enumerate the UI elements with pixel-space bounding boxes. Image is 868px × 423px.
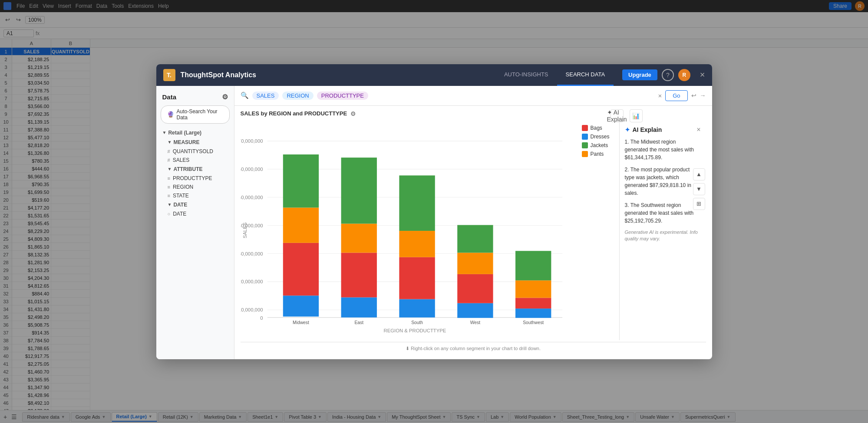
chart-type-icon[interactable]: 📊	[630, 109, 643, 122]
search-back-button[interactable]: ↩	[691, 92, 696, 99]
chart-legend: Bags Dresses Jackets	[576, 121, 619, 340]
legend-swatch-pants	[582, 151, 588, 157]
svg-rect-21	[341, 297, 376, 317]
bar-chart-svg: 70,000,000 60,000,000 50,000,000 40,000,…	[241, 121, 576, 340]
tab-auto-insights[interactable]: AUTO-INSIGHTS	[495, 64, 557, 86]
search-clear-button[interactable]: ×	[658, 92, 662, 99]
modal-header: T. ThoughtSpot Analytics AUTO-INSIGHTS S…	[156, 64, 712, 86]
svg-text:West: West	[470, 320, 480, 325]
ai-insight-3: 3. The Southwest region generated the le…	[625, 201, 701, 225]
sidebar-attribute-header[interactable]: ▼ ATTRIBUTE	[156, 164, 234, 174]
sidebar-section-retail-large: ▼ Retail (Large) ▼ MEASURE # QUANTITYSOL…	[156, 128, 234, 218]
sidebar-title: Data ⚙	[156, 90, 234, 104]
chart-config-icon[interactable]: ⚙	[350, 110, 356, 117]
svg-rect-23	[341, 223, 376, 252]
modal-close-button[interactable]: ×	[700, 70, 705, 80]
ai-star-icon: ✦	[625, 126, 630, 133]
sidebar-section-retail-header[interactable]: ▼ Retail (Large)	[156, 128, 234, 138]
search-tag-region[interactable]: REGION	[282, 92, 313, 100]
bar-east[interactable]: East	[341, 157, 376, 325]
svg-text:20,000,000: 20,000,000	[241, 279, 263, 284]
modal-header-right: Upgrade ? R ×	[622, 69, 705, 81]
bar-midwest[interactable]: Midwest	[283, 154, 318, 325]
auto-search-label: Auto-Search Your Data	[177, 108, 223, 121]
bar-south[interactable]: South	[399, 175, 435, 325]
scroll-down-button[interactable]: ▼	[693, 183, 705, 195]
auto-search-button[interactable]: 🔮 Auto-Search Your Data	[161, 105, 230, 124]
svg-rect-22	[341, 252, 376, 297]
sidebar-date-label: DATE	[173, 202, 187, 208]
measure-chevron-icon: ▼	[168, 140, 172, 144]
date-chevron-icon: ▼	[168, 202, 172, 207]
sidebar-item-sales[interactable]: # SALES	[156, 156, 234, 164]
upgrade-button[interactable]: Upgrade	[622, 69, 657, 80]
search-go-button[interactable]: Go	[665, 90, 687, 101]
abc-icon-producttype: ≡	[168, 176, 170, 181]
table-view-button[interactable]: ⊞	[693, 198, 705, 210]
auto-search-icon: 🔮	[167, 111, 174, 118]
sidebar-attribute-label: ATTRIBUTE	[173, 166, 202, 172]
sidebar-item-region[interactable]: ≡ REGION	[156, 183, 234, 191]
svg-rect-28	[399, 231, 435, 257]
sidebar-state-label: STATE	[173, 193, 189, 199]
side-nav-arrows: ▲ ▼ ⊞	[693, 168, 705, 210]
scroll-up-button[interactable]: ▲	[693, 168, 705, 180]
sidebar-title-text: Data	[162, 93, 177, 101]
svg-rect-18	[283, 207, 318, 243]
abc-icon-region: ≡	[168, 184, 170, 190]
sidebar-sales-label: SALES	[173, 157, 190, 163]
search-tag-sales[interactable]: SALES	[252, 92, 279, 100]
bar-west[interactable]: West	[457, 225, 493, 325]
chart-and-ai-area: SALES by REGION and PRODUCTTYPE ⚙ 70,000…	[234, 106, 712, 359]
modal-title: ThoughtSpot Analytics	[181, 71, 495, 79]
search-bar: 🔍 SALES REGION PRODUCTTYPE × Go ↩ →	[234, 86, 712, 106]
legend-label-pants: Pants	[591, 151, 604, 157]
ai-explain-header: ✦ AI Explain ×	[625, 126, 701, 134]
sidebar-measure-header[interactable]: ▼ MEASURE	[156, 138, 234, 147]
tab-search-data[interactable]: SEARCH DATA	[557, 64, 614, 86]
chevron-down-icon: ▼	[162, 130, 167, 135]
svg-rect-38	[515, 280, 551, 298]
sidebar-item-date[interactable]: ○ DATE	[156, 210, 234, 218]
ai-explain-toggle-button[interactable]: ✦ AI Explain	[611, 109, 624, 122]
sidebar-quantitysold-label: QUANTITYSOLD	[173, 148, 213, 154]
sidebar-measure-label: MEASURE	[173, 139, 199, 145]
svg-text:60,000,000: 60,000,000	[241, 167, 263, 172]
search-forward-button[interactable]: →	[700, 92, 706, 99]
legend-dresses: Dresses	[582, 134, 613, 140]
svg-text:30,000,000: 30,000,000	[241, 251, 263, 256]
sidebar-item-quantitysold[interactable]: # QUANTITYSOLD	[156, 147, 234, 156]
legend-swatch-jackets	[582, 142, 588, 148]
drill-tip-icon: ⬇	[406, 346, 409, 351]
modal-sidebar: Data ⚙ 🔮 Auto-Search Your Data ▼ Retail …	[156, 86, 234, 359]
chart-legend-ai-row: 70,000,000 60,000,000 50,000,000 40,000,…	[241, 121, 706, 340]
search-tag-producttype[interactable]: PRODUCTTYPE	[317, 92, 368, 100]
hash-icon-sales: #	[168, 157, 170, 163]
chart-section: SALES by REGION and PRODUCTTYPE ⚙ 70,000…	[234, 106, 712, 359]
hash-icon-quantitysold: #	[168, 149, 170, 154]
svg-text:South: South	[411, 320, 423, 325]
sidebar-retail-label: Retail (Large)	[168, 130, 201, 136]
ai-explain-close-button[interactable]: ×	[696, 126, 700, 134]
legend-pants: Pants	[582, 151, 613, 157]
svg-rect-39	[515, 251, 551, 280]
help-icon[interactable]: ?	[662, 69, 674, 81]
sidebar-settings-icon[interactable]: ⚙	[222, 93, 228, 101]
legend-bags: Bags	[582, 125, 613, 131]
bar-chart-container: 70,000,000 60,000,000 50,000,000 40,000,…	[241, 121, 576, 340]
sidebar-item-producttype[interactable]: ≡ PRODUCTTYPE	[156, 174, 234, 183]
attribute-chevron-icon: ▼	[168, 167, 172, 171]
svg-text:0: 0	[260, 315, 263, 320]
sidebar-producttype-label: PRODUCTTYPE	[173, 175, 212, 181]
ai-insight-2: 2. The most popular product type was jac…	[625, 166, 701, 197]
svg-rect-36	[515, 308, 551, 318]
bar-southwest[interactable]: Southwest	[515, 251, 551, 325]
chart-type-button[interactable]: 📊	[630, 109, 643, 122]
svg-rect-16	[283, 295, 318, 316]
svg-rect-24	[341, 157, 376, 223]
search-icon: 🔍	[241, 92, 249, 99]
svg-text:Southwest: Southwest	[523, 320, 544, 325]
legend-label-bags: Bags	[591, 125, 602, 131]
sidebar-item-state[interactable]: ≡ STATE	[156, 191, 234, 200]
sidebar-date-header[interactable]: ▼ DATE	[156, 200, 234, 210]
